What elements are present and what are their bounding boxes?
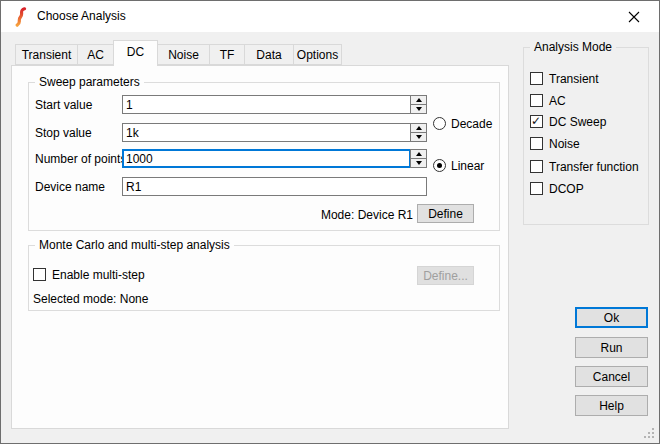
sweep-parameters-group: Sweep parameters Start value Stop value … bbox=[28, 82, 500, 231]
dc-tab-page: Sweep parameters Start value Stop value … bbox=[11, 65, 509, 429]
stop-value-label: Stop value bbox=[35, 126, 92, 141]
device-name-input[interactable] bbox=[122, 177, 427, 196]
title-bar: Choose Analysis bbox=[1, 1, 659, 32]
monte-carlo-title: Monte Carlo and multi-step analysis bbox=[35, 238, 234, 253]
analysis-mode-group: Analysis Mode Transient AC DC Sweep Nois… bbox=[523, 47, 649, 225]
window-title: Choose Analysis bbox=[37, 1, 126, 32]
dcop-checkbox-label: DCOP bbox=[549, 182, 584, 197]
stop-value-input[interactable] bbox=[122, 123, 411, 142]
decade-radio-label: Decade bbox=[451, 117, 492, 132]
number-of-points-label: Number of points bbox=[35, 152, 126, 167]
transient-checkbox-label: Transient bbox=[549, 72, 599, 87]
tab-options[interactable]: Options bbox=[293, 44, 342, 65]
dcop-checkbox[interactable] bbox=[530, 182, 543, 195]
tab-noise[interactable]: Noise bbox=[157, 44, 210, 65]
number-of-points-input[interactable] bbox=[122, 149, 411, 168]
dc-sweep-checkbox[interactable] bbox=[530, 115, 543, 128]
sweep-parameters-title: Sweep parameters bbox=[35, 75, 144, 90]
device-name-label: Device name bbox=[35, 180, 105, 195]
ac-checkbox[interactable] bbox=[530, 94, 543, 107]
stop-value-spinner bbox=[410, 123, 427, 142]
selected-mode-text: Selected mode: None bbox=[33, 292, 148, 307]
start-value-input[interactable] bbox=[122, 95, 411, 114]
app-logo-icon bbox=[13, 7, 28, 27]
linear-radio[interactable] bbox=[433, 159, 446, 172]
transfer-function-checkbox[interactable] bbox=[530, 160, 543, 173]
spin-up-icon[interactable] bbox=[410, 149, 427, 159]
tab-data[interactable]: Data bbox=[244, 44, 294, 65]
enable-multi-step-label: Enable multi-step bbox=[52, 268, 145, 283]
spin-down-icon[interactable] bbox=[410, 133, 427, 142]
multi-step-define-button[interactable]: Define... bbox=[417, 266, 474, 285]
sweep-define-button[interactable]: Define bbox=[417, 204, 474, 223]
transfer-function-checkbox-label: Transfer function bbox=[549, 160, 639, 175]
tab-transient[interactable]: Transient bbox=[15, 44, 78, 65]
enable-multi-step-checkbox[interactable] bbox=[33, 268, 46, 281]
number-of-points-spinner bbox=[410, 149, 427, 168]
tab-dc[interactable]: DC bbox=[113, 40, 158, 66]
spin-up-icon[interactable] bbox=[410, 123, 427, 133]
spin-up-icon[interactable] bbox=[410, 95, 427, 105]
tab-ac[interactable]: AC bbox=[77, 44, 114, 65]
monte-carlo-group: Monte Carlo and multi-step analysis Enab… bbox=[28, 245, 500, 311]
run-button[interactable]: Run bbox=[575, 337, 648, 358]
spin-down-icon[interactable] bbox=[410, 159, 427, 168]
decade-radio[interactable] bbox=[433, 117, 446, 130]
transient-checkbox[interactable] bbox=[530, 72, 543, 85]
linear-radio-label: Linear bbox=[451, 159, 484, 174]
dc-sweep-checkbox-label: DC Sweep bbox=[549, 115, 606, 130]
ok-button[interactable]: Ok bbox=[575, 307, 648, 328]
noise-checkbox-label: Noise bbox=[549, 137, 580, 152]
noise-checkbox[interactable] bbox=[530, 137, 543, 150]
resize-grip[interactable] bbox=[652, 436, 654, 438]
spin-down-icon[interactable] bbox=[410, 105, 427, 114]
start-value-label: Start value bbox=[35, 98, 92, 113]
tab-tf[interactable]: TF bbox=[209, 44, 245, 65]
start-value-spinner bbox=[410, 95, 427, 114]
help-button[interactable]: Help bbox=[575, 395, 648, 416]
cancel-button[interactable]: Cancel bbox=[575, 366, 648, 387]
sweep-mode-text: Mode: Device R1 bbox=[229, 208, 413, 223]
close-icon[interactable] bbox=[619, 5, 649, 29]
ac-checkbox-label: AC bbox=[549, 94, 566, 109]
analysis-mode-title: Analysis Mode bbox=[530, 40, 616, 55]
choose-analysis-dialog: Choose Analysis Transient AC DC Noise TF… bbox=[0, 0, 660, 444]
